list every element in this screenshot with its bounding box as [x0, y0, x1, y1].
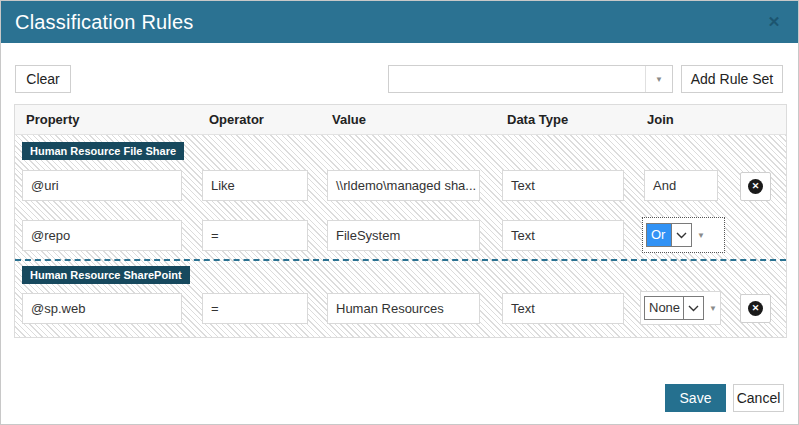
- join-field[interactable]: And: [644, 170, 718, 201]
- delete-rule-button[interactable]: ✕: [740, 294, 771, 323]
- classification-rules-dialog: Classification Rules ✕ Clear ▼ Add Rule …: [0, 0, 799, 425]
- column-header-property: Property: [26, 105, 79, 135]
- property-field[interactable]: @uri: [22, 170, 182, 201]
- property-field[interactable]: @sp.web: [22, 293, 182, 324]
- data-type-field[interactable]: Text: [502, 170, 624, 201]
- column-header-operator: Operator: [209, 105, 264, 135]
- dialog-title: Classification Rules: [1, 11, 194, 34]
- clear-button[interactable]: Clear: [15, 65, 71, 93]
- data-type-field[interactable]: Text: [502, 220, 624, 251]
- join-native-select[interactable]: Or: [646, 223, 692, 247]
- value-field[interactable]: \\rldemo\managed sha...: [327, 170, 480, 201]
- operator-field[interactable]: =: [202, 293, 308, 324]
- join-native-select[interactable]: None: [644, 296, 704, 320]
- add-rule-set-button[interactable]: Add Rule Set: [681, 65, 783, 93]
- value-field[interactable]: FileSystem: [327, 220, 480, 251]
- join-selected-option: Or: [647, 224, 671, 246]
- join-combo-dropdown-arrow-icon[interactable]: ▼: [709, 304, 717, 313]
- rule-set-separator: [15, 259, 786, 261]
- chevron-down-icon[interactable]: [671, 224, 691, 246]
- ruleset-combo[interactable]: ▼: [388, 65, 673, 93]
- column-header-data-type: Data Type: [507, 105, 568, 135]
- delete-icon: ✕: [748, 179, 763, 194]
- group-badge-file-share: Human Resource File Share: [22, 142, 184, 160]
- column-header-value: Value: [332, 105, 366, 135]
- column-header-join: Join: [647, 105, 674, 135]
- operator-field[interactable]: Like: [202, 170, 308, 201]
- rules-table: Property Operator Value Data Type Join H…: [14, 104, 787, 338]
- table-body: Human Resource File Share @uri Like \\rl…: [15, 135, 786, 337]
- join-selected-option: None: [645, 297, 683, 319]
- delete-icon: ✕: [748, 301, 763, 316]
- property-field[interactable]: @repo: [22, 220, 182, 251]
- join-select[interactable]: None ▼: [640, 291, 721, 325]
- cancel-button[interactable]: Cancel: [733, 384, 784, 412]
- toolbar: Clear ▼ Add Rule Set: [1, 43, 798, 104]
- ruleset-combo-input[interactable]: [389, 66, 645, 92]
- footer: Save Cancel: [1, 368, 798, 424]
- table-header-row: Property Operator Value Data Type Join: [15, 105, 786, 135]
- data-type-field[interactable]: Text: [502, 293, 624, 324]
- join-combo-dropdown-arrow-icon[interactable]: ▼: [697, 231, 705, 240]
- delete-rule-button[interactable]: ✕: [740, 172, 771, 201]
- close-icon[interactable]: ✕: [764, 12, 784, 32]
- group-badge-sharepoint: Human Resource SharePoint: [22, 266, 190, 284]
- operator-field[interactable]: =: [202, 220, 308, 251]
- join-select[interactable]: Or ▼: [642, 217, 725, 253]
- ruleset-combo-dropdown-arrow-icon[interactable]: ▼: [645, 66, 672, 92]
- value-field[interactable]: Human Resources: [327, 293, 480, 324]
- chevron-down-icon[interactable]: [683, 297, 703, 319]
- dialog-header: Classification Rules ✕: [1, 1, 798, 43]
- save-button[interactable]: Save: [665, 384, 726, 412]
